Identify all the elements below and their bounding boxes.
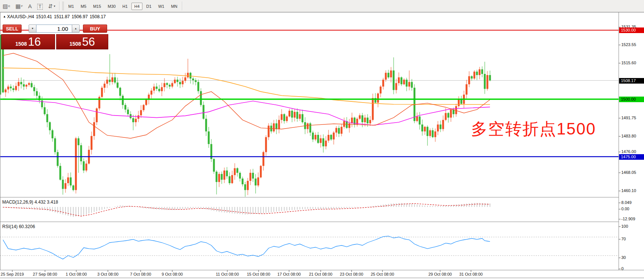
ask-price-box[interactable]: 1508 56 (56, 34, 108, 49)
time-axis-label: 23 Oct 08:00 (340, 272, 363, 276)
price-level-badge: 1475.00 (619, 154, 644, 160)
time-axis-label: 27 Sep 08:00 (33, 272, 57, 276)
bid-price-pips: 16 (28, 35, 41, 49)
sell-button[interactable]: SELL (3, 25, 22, 33)
macd-layer (3, 203, 490, 217)
macd-axis-label: -12.909 (621, 217, 635, 221)
ohlc-open: 1510.41 (36, 14, 52, 19)
ask-price-main: 1508 (70, 41, 81, 47)
macd-label: MACD(12,26,9) 4.432 3.418 (2, 199, 58, 205)
price-axis-label: 1476.00 (621, 149, 636, 154)
macd-axis-label: 0.00 (621, 207, 629, 211)
moving-averages-layer (3, 53, 490, 138)
time-axis-label: 3 Oct 08:00 (97, 272, 119, 276)
time-axis-label: 25 Sep 2019 (1, 272, 24, 276)
time-axis-label: 1 Oct 08:00 (66, 272, 87, 276)
price-axis-label: 1483.80 (621, 134, 636, 138)
rsi-axis-label: 0 (621, 266, 624, 271)
price-level-badge: 1530.00 (619, 27, 644, 33)
volume-increase-button[interactable]: ▲ (72, 25, 80, 33)
ohlc-low: 1506.97 (72, 14, 88, 19)
bid-price-main: 1508 (15, 41, 27, 47)
buy-button[interactable]: BUY (83, 25, 107, 33)
time-axis-label: 21 Oct 08:00 (309, 272, 333, 276)
rsi-axis-label: 100 (621, 224, 628, 228)
ohlc-close: 1508.17 (90, 14, 106, 19)
time-axis-label: 17 Oct 08:00 (278, 272, 301, 276)
rsi-label: RSI(14) 60.3206 (2, 224, 35, 229)
time-axis-label: 29 Oct 08:00 (429, 272, 452, 276)
chart-annotation-text: 多空转折点1500 (471, 118, 596, 140)
ask-price-pips: 56 (82, 35, 95, 49)
volume-decrease-button[interactable]: ▼ (29, 25, 36, 33)
ohlc-high: 1511.87 (54, 14, 70, 19)
time-axis-label: 25 Oct 08:00 (371, 272, 394, 276)
axis-ticks (12, 27, 621, 272)
chart-ohlc-header: ▲XAUUSD-,H41510.411511.871506.971508.17 (3, 14, 108, 19)
candles-layer (0, 35, 491, 197)
time-axis-label: 9 Oct 08:00 (162, 272, 183, 276)
price-axis-label: 1491.75 (621, 116, 636, 120)
panel-frames (0, 12, 644, 278)
symbol-period: XAUUSD-,H4 (7, 14, 34, 19)
price-axis-label: 1523.55 (621, 42, 636, 47)
macd-axis-label: 8.049 (621, 200, 632, 205)
price-level-badge: 1508.17 (619, 78, 644, 84)
one-click-trade-panel: SELL ▼ 1.00 ▲ BUY 1508 16 1508 56 (1, 23, 108, 49)
time-axis-label: 7 Oct 08:00 (130, 272, 151, 276)
price-level-badge: 1500.00 (619, 97, 644, 102)
price-axis-label: 1468.05 (621, 170, 636, 175)
bid-price-box[interactable]: 1508 16 (1, 34, 55, 49)
volume-input[interactable]: 1.00 (36, 25, 72, 33)
collapse-triangle-icon: ▲ (3, 15, 6, 18)
rsi-axis-label: 30 (621, 255, 626, 260)
rsi-layer (0, 236, 619, 259)
time-axis-label: 15 Oct 08:00 (247, 272, 270, 276)
price-axis-label: 1460.10 (621, 188, 636, 193)
rsi-axis-label: 70 (621, 237, 626, 241)
time-axis-label: 11 Oct 08:00 (216, 272, 239, 276)
time-axis-label: 31 Oct 08:00 (459, 272, 483, 276)
price-axis-label: 1515.60 (621, 61, 636, 65)
